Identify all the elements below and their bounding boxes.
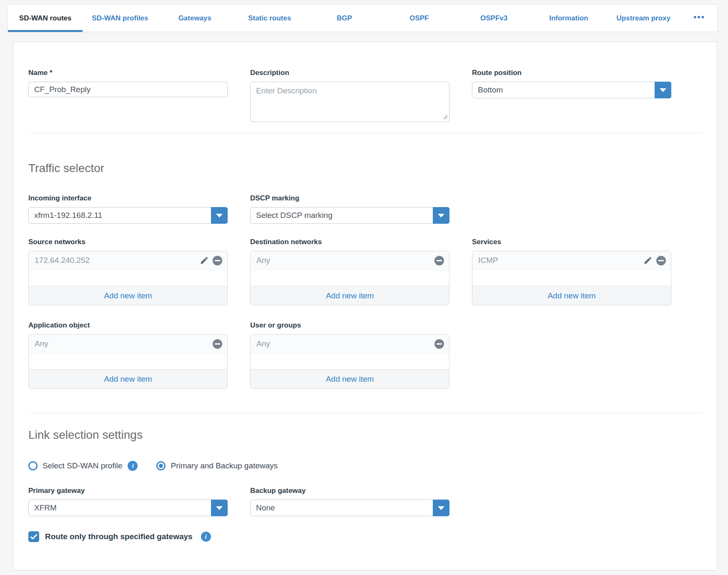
backup-gateway-label: Backup gateway [250,487,449,495]
edit-pencil-icon[interactable] [643,256,653,265]
route-position-select[interactable]: Bottom [472,82,671,98]
user-or-groups-value: Any [256,339,431,348]
incoming-interface-value: xfrm1-192.168.2.11 [34,211,102,220]
link-selection-settings-heading: Link selection settings [28,428,702,442]
route-position-value: Bottom [478,85,503,95]
user-or-groups-listbox: Any Add new item [250,334,449,389]
source-network-value: 172.64.240.252 [35,256,196,265]
sdwan-route-editor-card: Name * Description Route position Bottom… [13,42,717,570]
application-object-value: Any [35,339,209,348]
remove-item-icon[interactable] [434,256,444,265]
tab-upstream-proxy[interactable]: Upstream proxy [606,5,681,32]
description-label: Description [250,69,449,77]
tab-sdwan-profiles[interactable]: SD-WAN profiles [83,5,157,32]
services-label: Services [472,238,671,246]
tab-ospfv3[interactable]: OSPFv3 [457,5,531,32]
tab-information[interactable]: Information [531,5,606,32]
dscp-marking-select[interactable]: Select DSCP marking [250,207,449,224]
source-networks-label: Source networks [28,238,228,246]
checkmark-icon [30,534,37,540]
list-item: Any [29,335,227,353]
radio-checked-icon[interactable] [156,461,166,470]
route-position-label: Route position [472,69,671,77]
traffic-selector-heading: Traffic selector [28,162,702,175]
incoming-interface-label: Incoming interface [28,194,228,202]
radio-select-sdwan-profile-label: Select SD-WAN profile [43,461,122,470]
tab-bar: SD-WAN routes SD-WAN profiles Gateways S… [8,4,718,32]
list-item: ICMP [472,251,671,270]
info-icon[interactable]: i [201,532,211,542]
remove-item-icon[interactable] [434,339,444,349]
backup-gateway-value: None [256,503,275,512]
primary-gateway-select[interactable]: XFRM [28,500,228,516]
tab-static-routes[interactable]: Static routes [232,5,307,32]
name-input[interactable] [28,82,228,97]
chevron-down-icon[interactable] [433,207,449,224]
chevron-down-icon[interactable] [211,207,228,224]
radio-unchecked-icon[interactable] [28,461,38,470]
add-source-network-button[interactable]: Add new item [29,286,227,305]
services-listbox: ICMP Add new item [472,251,671,305]
add-destination-network-button[interactable]: Add new item [251,286,449,305]
chevron-down-icon[interactable] [433,500,449,516]
tab-gateways[interactable]: Gateways [158,5,232,32]
primary-gateway-value: XFRM [34,503,57,512]
description-textarea[interactable] [250,82,449,122]
chevron-down-icon[interactable] [655,82,671,98]
list-item: Any [251,335,449,353]
add-service-button[interactable]: Add new item [472,286,671,305]
radio-select-sdwan-profile[interactable]: Select SD-WAN profile [28,461,122,470]
route-only-checkbox-label: Route only through specified gateways [45,532,193,541]
remove-item-icon[interactable] [213,339,222,349]
source-networks-listbox: 172.64.240.252 Add new item [28,251,228,305]
more-tabs-ellipsis-icon[interactable]: ••• [681,5,718,32]
add-application-object-button[interactable]: Add new item [29,369,227,388]
tab-bgp[interactable]: BGP [307,5,382,32]
radio-primary-backup-gateways[interactable]: Primary and Backup gateways [156,461,278,470]
list-empty-area [29,270,227,286]
edit-pencil-icon[interactable] [200,256,209,265]
application-object-label: Application object [28,321,228,330]
remove-item-icon[interactable] [213,256,222,265]
radio-primary-backup-gateways-label: Primary and Backup gateways [171,461,278,470]
user-or-groups-label: User or groups [250,321,449,330]
divider [28,133,702,133]
tab-sdwan-routes[interactable]: SD-WAN routes [8,5,83,32]
list-empty-area [251,353,449,369]
name-label: Name * [28,69,228,77]
chevron-down-icon[interactable] [211,500,228,516]
destination-networks-listbox: Any Add new item [250,251,449,305]
backup-gateway-select[interactable]: None [250,500,449,516]
incoming-interface-select[interactable]: xfrm1-192.168.2.11 [28,207,228,224]
destination-networks-label: Destination networks [250,238,449,246]
tab-ospf[interactable]: OSPF [382,5,457,32]
primary-gateway-label: Primary gateway [28,487,228,495]
list-empty-area [472,270,671,286]
application-object-listbox: Any Add new item [28,334,228,389]
remove-item-icon[interactable] [656,256,666,265]
list-empty-area [29,353,227,369]
service-value: ICMP [478,256,640,265]
destination-network-value: Any [256,256,431,265]
divider [28,413,702,413]
list-item: Any [251,251,449,270]
dscp-marking-value: Select DSCP marking [256,211,332,220]
info-icon[interactable]: i [128,461,138,471]
list-item: 172.64.240.252 [29,251,227,270]
list-empty-area [251,270,449,286]
add-user-or-group-button[interactable]: Add new item [251,369,449,388]
dscp-marking-label: DSCP marking [250,194,449,202]
route-only-checkbox[interactable] [28,531,39,542]
